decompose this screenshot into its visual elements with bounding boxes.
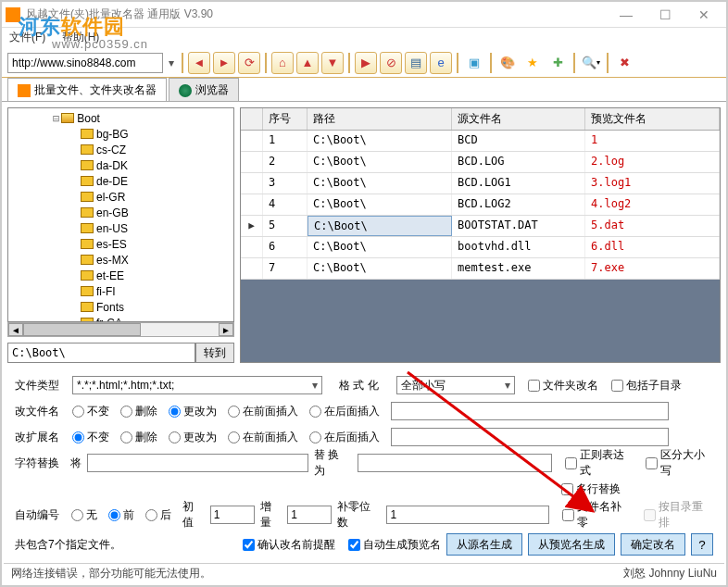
url-dropdown-icon[interactable]: ▾ [166, 56, 177, 69]
name-none-radio[interactable]: 不变 [72, 404, 109, 419]
confirm-rename-button[interactable]: 确定改名 [621, 533, 685, 556]
init-input[interactable] [210, 506, 255, 524]
tree-item[interactable]: es-ES [12, 236, 230, 252]
regex-check[interactable]: 正则表达式 [565, 447, 633, 479]
pad-input[interactable] [386, 506, 548, 524]
tree-item[interactable]: Fonts [12, 299, 230, 315]
include-sub-check[interactable]: 包括子目录 [611, 378, 682, 393]
url-input[interactable] [7, 53, 163, 73]
add-fav-button[interactable]: ✚ [546, 52, 569, 74]
scroll-right-icon[interactable]: ► [219, 323, 233, 336]
step-input[interactable] [287, 506, 332, 524]
num-front-radio[interactable]: 前 [108, 507, 134, 523]
back-button[interactable]: ◄ [188, 52, 210, 74]
down-button[interactable]: ▼ [321, 52, 344, 74]
name-change-radio[interactable]: 更改为 [169, 404, 217, 419]
tree-item[interactable]: es-MX [12, 252, 230, 268]
tree-root[interactable]: Boot [77, 112, 100, 125]
palette-button[interactable]: 🎨 [496, 52, 519, 74]
tree-item[interactable]: et-EE [12, 268, 230, 283]
folder-icon [81, 160, 94, 170]
num-off-radio[interactable]: 无 [71, 507, 97, 523]
col-path[interactable]: 路径 [308, 108, 452, 130]
name-value-input[interactable] [391, 402, 669, 420]
col-preview[interactable]: 预览文件名 [585, 108, 720, 130]
favorite-button[interactable]: ★ [521, 52, 544, 74]
rename-folder-check[interactable]: 文件夹改名 [528, 378, 598, 393]
table-row[interactable]: 1C:\Boot\BCD1 [241, 131, 720, 152]
filetype-combo[interactable]: *.*;*.html;*.htm;*.txt; [72, 376, 322, 394]
table-row[interactable]: ▶5C:\Boot\BOOTSTAT.DAT5.dat [241, 216, 720, 237]
up-button[interactable]: ▲ [296, 52, 319, 74]
format-combo[interactable]: 全部小写 [396, 376, 515, 394]
tree-item[interactable]: bg-BG [12, 126, 230, 142]
doc-button[interactable]: ▤ [405, 52, 427, 74]
ext-pre-radio[interactable]: 在前面插入 [228, 430, 298, 445]
table-row[interactable]: 4C:\Boot\BCD.LOG24.log2 [241, 194, 720, 216]
menu-help[interactable]: 帮助(H) [62, 31, 100, 44]
menu-file[interactable]: 文件(F) [9, 31, 45, 44]
tree-item[interactable]: de-DE [12, 173, 230, 189]
ext-del-radio[interactable]: 删除 [120, 430, 157, 445]
num-back-radio[interactable]: 后 [145, 507, 171, 523]
tree-item[interactable]: da-DK [12, 157, 230, 173]
table-row[interactable]: 3C:\Boot\BCD.LOG13.log1 [241, 173, 720, 194]
from-src-button[interactable]: 从源名生成 [446, 533, 522, 556]
table-row[interactable]: 7C:\Boot\memtest.exe7.exe [241, 258, 720, 280]
step-label: 增量 [260, 499, 282, 531]
multiline-check[interactable]: 多行替换 [561, 481, 621, 497]
tree-item[interactable]: cs-CZ [12, 142, 230, 157]
filetype-label: 文件类型 [15, 378, 67, 393]
pad-name-check[interactable]: 文件名补零 [562, 499, 632, 531]
maximize-button[interactable]: ☐ [646, 4, 684, 26]
ext-change-radio[interactable]: 更改为 [169, 430, 217, 445]
table-row[interactable]: 6C:\Boot\bootvhd.dll6.dll [241, 237, 720, 258]
doc-icon: ▤ [410, 56, 421, 69]
tree-scrollbar[interactable]: ◄ ► [7, 322, 234, 337]
name-post-radio[interactable]: 在后面插入 [309, 404, 380, 419]
path-input[interactable] [7, 343, 195, 363]
delete-button[interactable]: ✖ [613, 52, 635, 74]
tree-item[interactable]: el-GR [12, 189, 230, 205]
col-seq[interactable]: 序号 [263, 108, 308, 130]
replace-to-input[interactable] [358, 454, 552, 472]
minimize-button[interactable]: — [608, 4, 645, 26]
tree-item[interactable]: en-GB [12, 205, 230, 220]
folder-icon [81, 207, 94, 218]
tree-item[interactable]: fi-FI [12, 283, 230, 299]
col-src[interactable]: 源文件名 [452, 108, 585, 130]
play-button[interactable]: ▶ [355, 52, 377, 74]
ext-value-input[interactable] [391, 428, 669, 446]
home-button[interactable]: ⌂ [271, 52, 294, 74]
name-pre-radio[interactable]: 在前面插入 [228, 404, 298, 419]
scroll-thumb[interactable] [23, 323, 141, 336]
stop-button[interactable]: ⊘ [380, 52, 402, 74]
search-icon: 🔍 [582, 56, 596, 69]
go-button[interactable]: 转到 [195, 343, 234, 363]
ie-button[interactable]: e [430, 52, 452, 74]
autonum-label: 自动编号 [15, 507, 66, 523]
refresh-button[interactable]: ⟳ [238, 52, 260, 74]
auto-preview-check[interactable]: 自动生成预览名 [348, 537, 441, 553]
confirm-before-check[interactable]: 确认改名前提醒 [243, 537, 335, 553]
help-button[interactable]: ? [691, 533, 713, 556]
close-button[interactable]: ✕ [685, 4, 722, 26]
search-button[interactable]: 🔍▾ [580, 52, 602, 74]
scroll-left-icon[interactable]: ◄ [8, 323, 23, 336]
change-ext-label: 改扩展名 [15, 430, 67, 445]
replace-from-input[interactable] [87, 454, 308, 472]
folder-icon [81, 302, 94, 312]
browse-button[interactable]: ▣ [463, 52, 485, 74]
ext-none-radio[interactable]: 不变 [72, 430, 109, 445]
tab-rename[interactable]: 批量文件、文件夹改名器 [7, 78, 167, 101]
name-del-radio[interactable]: 删除 [120, 404, 157, 419]
tree-item[interactable]: fr-CA [12, 315, 230, 322]
from-preview-button[interactable]: 从预览名生成 [528, 533, 615, 556]
case-check[interactable]: 区分大小写 [646, 447, 713, 479]
forward-button[interactable]: ► [213, 52, 235, 74]
tab-browser[interactable]: 浏览器 [169, 78, 239, 101]
table-row[interactable]: 2C:\Boot\BCD.LOG2.log [241, 152, 720, 173]
ext-post-radio[interactable]: 在后面插入 [309, 430, 380, 445]
tree-item[interactable]: en-US [12, 220, 230, 236]
folder-tree[interactable]: ⊟Boot bg-BGcs-CZda-DKde-DEel-GRen-GBen-U… [7, 107, 234, 322]
